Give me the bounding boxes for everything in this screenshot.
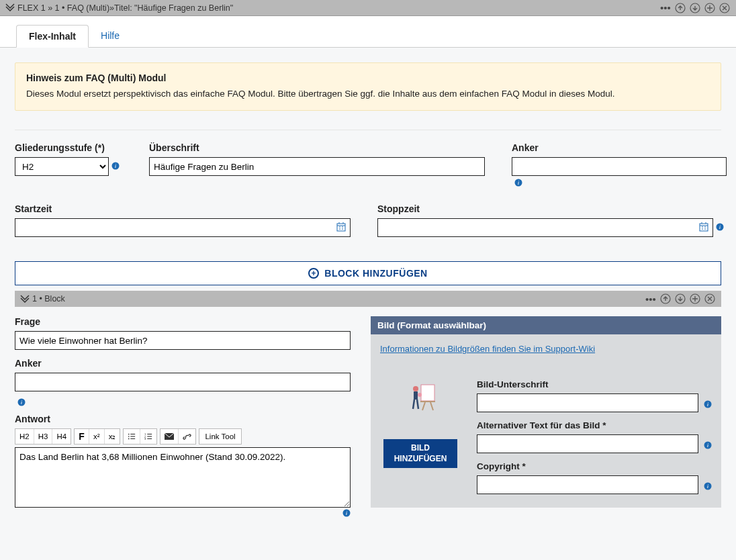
block-title: 1 • Block	[32, 294, 65, 304]
block-anker-input[interactable]	[15, 373, 351, 391]
svg-rect-23	[131, 438, 136, 439]
rte-bold-button[interactable]: F	[75, 429, 89, 444]
plus-icon: +	[308, 268, 319, 279]
rte-toolbar: H2 H3 H4 F x² x₂ 123	[15, 428, 351, 445]
rte-link-tool-button[interactable]: Link Tool	[199, 429, 240, 444]
rte-h2-button[interactable]: H2	[15, 429, 34, 444]
ueberschrift-input[interactable]	[149, 157, 485, 176]
antwort-label: Antwort	[15, 414, 351, 424]
bild-copyright-label: Copyright *	[477, 461, 712, 471]
svg-rect-21	[131, 436, 136, 437]
rte-mail-button[interactable]	[160, 429, 179, 444]
bild-caption-input[interactable]	[477, 393, 698, 412]
move-down-icon[interactable]	[674, 293, 686, 305]
info-icon[interactable]: i	[111, 162, 120, 172]
rte-ul-button[interactable]	[124, 429, 140, 444]
frage-label: Frage	[15, 316, 351, 327]
collapse-icon[interactable]	[20, 293, 30, 305]
bild-alt-input[interactable]	[477, 434, 698, 453]
svg-rect-25	[148, 434, 152, 434]
frage-input[interactable]	[15, 331, 351, 350]
more-icon[interactable]: •••	[645, 293, 657, 305]
svg-point-20	[128, 436, 130, 437]
move-up-icon[interactable]	[674, 2, 686, 14]
bild-alt-label: Alternativer Text für das Bild *	[477, 420, 712, 430]
anker-input[interactable]	[512, 157, 727, 176]
hint-box: Hinweis zum FAQ (Multi) Modul Dieses Mod…	[15, 62, 721, 111]
tab-hilfe[interactable]: Hilfe	[89, 25, 132, 48]
info-icon[interactable]: i	[17, 398, 26, 408]
svg-text:3: 3	[144, 437, 146, 440]
anker-label: Anker	[512, 142, 733, 153]
tabs-row: Flex-Inhalt Hilfe	[0, 16, 736, 48]
info-icon[interactable]: i	[342, 509, 351, 519]
info-icon[interactable]: i	[704, 400, 712, 410]
content-area: Hinweis zum FAQ (Multi) Modul Dieses Mod…	[0, 48, 736, 534]
hint-title: Hinweis zum FAQ (Multi) Modul	[26, 73, 710, 83]
info-icon[interactable]: i	[716, 223, 724, 233]
svg-point-35	[413, 386, 418, 391]
close-icon[interactable]	[704, 293, 716, 305]
svg-rect-33	[421, 385, 434, 401]
block-header: 1 • Block •••	[15, 291, 721, 307]
ueberschrift-label: Überschrift	[149, 142, 492, 153]
svg-rect-36	[414, 391, 418, 400]
block-anker-label: Anker	[15, 358, 351, 369]
calendar-icon[interactable]	[335, 222, 347, 234]
svg-point-18	[128, 434, 130, 435]
collapse-icon[interactable]	[5, 2, 15, 13]
rte-h4-button[interactable]: H4	[52, 429, 71, 444]
rte-h3-button[interactable]: H3	[34, 429, 53, 444]
bild-info-link[interactable]: Informationen zu Bildgrößen finden Sie i…	[380, 344, 712, 354]
add-icon[interactable]	[704, 2, 716, 14]
breadcrumb-text: FLEX 1 » 1 • FAQ (Multi)»Titel: "Häufige…	[17, 3, 233, 13]
hint-text: Dieses Modul ersetzt perspektivisch das …	[26, 87, 710, 101]
svg-rect-34	[420, 401, 435, 402]
block-add-button[interactable]: + BLOCK HINZUFÜGEN	[15, 261, 721, 285]
bild-caption-label: Bild-Unterschrift	[477, 379, 712, 389]
gliederungsstufe-select[interactable]: H2	[15, 157, 109, 176]
bild-panel-title: Bild (Format auswählbar)	[371, 316, 721, 334]
rte-sup-button[interactable]: x²	[89, 429, 105, 444]
bild-panel: Informationen zu Bildgrößen finden Sie i…	[371, 334, 721, 508]
rte-link-button[interactable]	[179, 429, 195, 444]
rte-sub-button[interactable]: x₂	[105, 429, 120, 444]
bild-placeholder-icon	[402, 375, 439, 412]
close-icon[interactable]	[719, 2, 731, 14]
svg-rect-8	[337, 224, 345, 231]
bild-hinzufuegen-button[interactable]: BILD HINZUFÜGEN	[383, 439, 457, 468]
info-icon[interactable]: i	[704, 441, 712, 451]
antwort-textarea[interactable]: Das Land Berlin hat 3,68 Millionen Einwo…	[15, 447, 351, 508]
move-up-icon[interactable]	[659, 293, 672, 305]
svg-point-22	[128, 438, 130, 440]
calendar-icon[interactable]	[698, 222, 710, 234]
more-icon[interactable]: •••	[659, 2, 672, 14]
tab-flex-inhalt[interactable]: Flex-Inhalt	[16, 25, 89, 48]
svg-rect-27	[148, 436, 152, 437]
svg-rect-9	[700, 224, 708, 231]
rte-ol-button[interactable]: 123	[140, 429, 156, 444]
move-down-icon[interactable]	[689, 2, 701, 14]
info-icon[interactable]: i	[704, 482, 712, 492]
stopzeit-label: Stoppzeit	[377, 203, 724, 214]
divider	[15, 130, 721, 130]
stopzeit-input[interactable]	[378, 219, 698, 236]
bild-copyright-input[interactable]	[477, 475, 698, 494]
add-icon[interactable]	[689, 293, 701, 305]
header-icon-group: •••	[659, 2, 731, 14]
svg-rect-19	[131, 434, 136, 434]
module-header: FLEX 1 » 1 • FAQ (Multi)»Titel: "Häufige…	[0, 0, 736, 16]
svg-rect-29	[148, 438, 152, 439]
info-icon[interactable]: i	[514, 179, 733, 189]
startzeit-label: Startzeit	[15, 203, 357, 214]
svg-point-37	[418, 393, 422, 397]
gliederungsstufe-label: Gliederungsstufe (*)	[15, 142, 129, 153]
breadcrumb: FLEX 1 » 1 • FAQ (Multi)»Titel: "Häufige…	[5, 2, 233, 13]
startzeit-input[interactable]	[15, 219, 335, 236]
